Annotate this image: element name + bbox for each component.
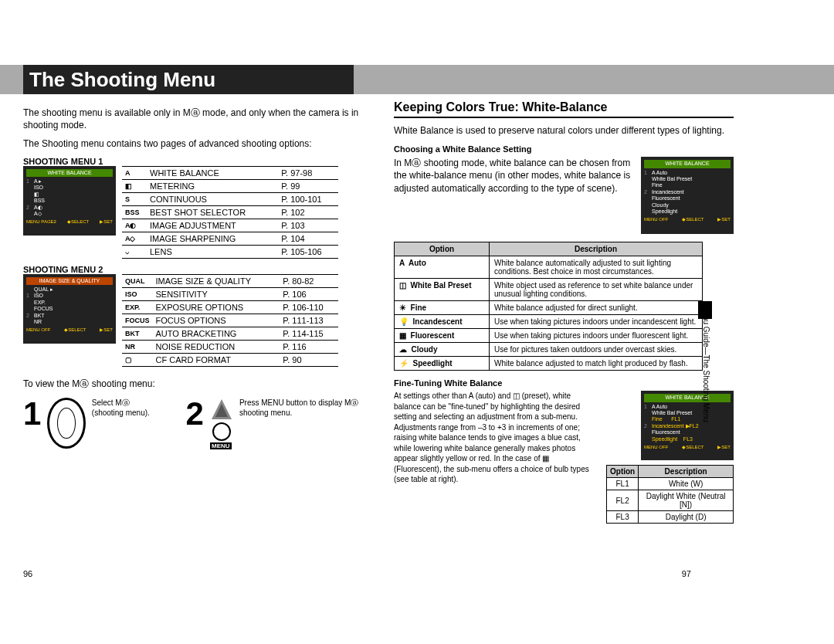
- left-page: The shooting menu is available only in M…: [23, 100, 363, 524]
- step-1-text: Select Mⓐ (shooting menu).: [92, 398, 163, 418]
- section-heading: Keeping Colors True: White-Balance: [394, 100, 734, 118]
- table-row: EXP.EXPOSURE OPTIONSP. 106-110: [122, 300, 338, 314]
- subheading-fine-tuning: Fine-Tuning White Balance: [394, 378, 734, 388]
- table-row: ◧METERINGP. 99: [122, 179, 338, 192]
- table-row: FL2Daylight White (Neutral [N]): [607, 490, 734, 511]
- shooting-menu-2-table: QUALIMAGE SIZE & QUALITYP. 80-82ISOSENSI…: [122, 274, 338, 367]
- step-2-number: 2: [186, 398, 204, 430]
- intro-2: The Shooting menu contains two pages of …: [23, 137, 363, 150]
- table-row: AWHITE BALANCEP. 97-98: [122, 166, 338, 179]
- table-row: BKTAUTO BRACKETINGP. 114-115: [122, 327, 338, 340]
- table-row: ▢CF CARD FORMATP. 90: [122, 353, 338, 366]
- subheading-choosing: Choosing a White Balance Setting: [394, 144, 734, 154]
- intro-1: The shooting menu is available only in M…: [23, 107, 363, 131]
- shooting-menu-1-table: AWHITE BALANCEP. 97-98◧METERINGP. 99SCON…: [122, 166, 338, 259]
- table-row: FL3Daylight (D): [607, 511, 734, 524]
- table-row: ISOSENSITIVITYP. 106: [122, 287, 338, 300]
- table-row: ⌵LENSP. 105-106: [122, 245, 338, 258]
- page-number-left: 96: [23, 569, 32, 578]
- step-2-text: Press MENU button to display Mⓐ shooting…: [239, 398, 363, 418]
- fl-th-option: Option: [607, 466, 639, 478]
- wb-choose-text: In Mⓐ shooting mode, white balance can b…: [394, 157, 635, 195]
- table-row: ☀ FineWhite balance adjusted for direct …: [395, 301, 703, 315]
- lcd-wb-2: WHITE BALANCE 1A Auto White Bal Preset F…: [641, 391, 734, 460]
- step-1: 1 Select Mⓐ (shooting menu).: [23, 398, 163, 449]
- table-row: NRNOISE REDUCTIONP. 116: [122, 340, 338, 353]
- mode-dial-icon: [47, 398, 85, 449]
- table-row: SCONTINUOUSP. 100-101: [122, 192, 338, 205]
- table-row: QUALIMAGE SIZE & QUALITYP. 80-82: [122, 274, 338, 287]
- wb-options-table: Option Description A AutoWhite balance a…: [394, 242, 703, 371]
- table-row: A AutoWhite balance automatically adjust…: [395, 256, 703, 279]
- table-row: ◫ White Bal PresetWhite object used as r…: [395, 279, 703, 301]
- lcd-screenshot-2: IMAGE SIZE & QUALITY QUAL ▸ 1ISO EXP. FO…: [23, 274, 116, 344]
- table-row: ☁ CloudyUse for pictures taken outdoors …: [395, 343, 703, 357]
- page-title: The Shooting Menu: [23, 65, 354, 94]
- lcd-screenshot-1: WHITE BALANCE 1A ▸ ISO ◧ BSS 2A◐ A◇ MENU…: [23, 166, 116, 236]
- page-number-right: 97: [682, 569, 691, 578]
- table-row: ▦ FluorescentUse when taking pictures in…: [395, 329, 703, 343]
- table-row: A◇IMAGE SHARPENINGP. 104: [122, 232, 338, 245]
- menu-button-icon: MENU: [210, 398, 233, 449]
- table-row: A◐IMAGE ADJUSTMENTP. 103: [122, 219, 338, 232]
- view-label: To view the Mⓐ shooting menu:: [23, 378, 363, 390]
- th-option: Option: [395, 242, 490, 256]
- fl-th-desc: Description: [639, 466, 734, 478]
- right-page: Keeping Colors True: White-Balance White…: [394, 100, 734, 524]
- table-row: 💡 IncandescentUse when taking pictures i…: [395, 315, 703, 329]
- table-row: FOCUSFOCUS OPTIONSP. 111-113: [122, 314, 338, 327]
- fluorescent-table: Option Description FL1White (W)FL2Daylig…: [606, 465, 734, 524]
- step-2: 2 MENU Press MENU button to display Mⓐ s…: [186, 398, 363, 449]
- table-row: ⚡ SpeedlightWhite balance adjusted to ma…: [395, 357, 703, 371]
- lcd-wb-1: WHITE BALANCE 1A AutoWhite Bal PresetFin…: [641, 157, 734, 234]
- step-1-number: 1: [23, 398, 41, 430]
- table-row: BSSBEST SHOT SELECTORP. 102: [122, 205, 338, 219]
- shooting-menu-2-label: SHOOTING MENU 2: [23, 265, 363, 274]
- table-row: FL1White (W): [607, 478, 734, 490]
- wb-intro: White Balance is used to preserve natura…: [394, 124, 734, 137]
- shooting-menu-1-label: SHOOTING MENU 1: [23, 157, 363, 166]
- th-description: Description: [490, 242, 703, 256]
- side-tab-text: Menu Guide—The Shooting Menu: [702, 305, 710, 422]
